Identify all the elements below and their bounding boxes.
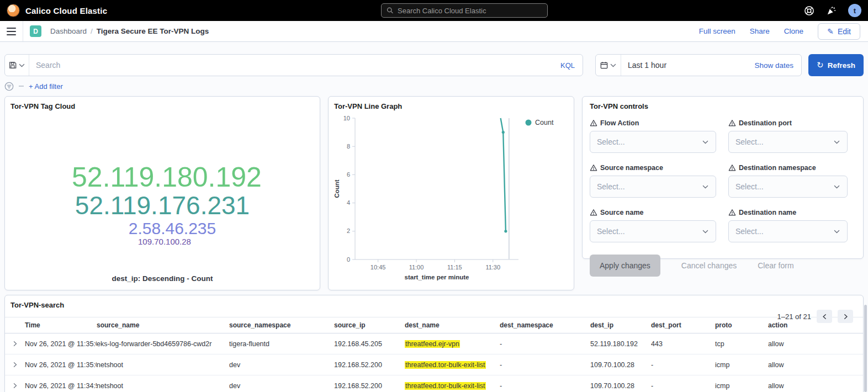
dashboard-screen: Calico Cloud Elastic t D Dashboard / Tig…: [0, 0, 868, 392]
table-cell: tigera-fluentd: [229, 340, 334, 348]
cancel-changes-button[interactable]: Cancel changes: [681, 261, 737, 270]
prev-page-button[interactable]: [817, 310, 832, 323]
clear-form-button[interactable]: Clear form: [758, 261, 793, 270]
table-cell: 192.168.52.200: [334, 361, 405, 369]
query-bar: KQL Last 1 hour Show dates ↻ Refresh: [4, 54, 864, 76]
results-table: Timesource_namesource_namespacesource_ip…: [5, 317, 863, 392]
clone-link[interactable]: Clone: [784, 27, 803, 35]
tag-cloud-term[interactable]: 52.119.176.231: [75, 192, 250, 220]
warning-icon: [590, 119, 597, 127]
app-bar-actions: t: [804, 0, 861, 21]
kql-selector[interactable]: KQL: [553, 61, 583, 70]
svg-text:11:30: 11:30: [485, 264, 500, 271]
control-field-label: Source namespace: [590, 164, 716, 172]
column-header-dest_namespace: dest_namespace: [500, 321, 590, 329]
expand-row-button[interactable]: [5, 362, 25, 368]
panel-title: Tor-VPN Tag Cloud: [5, 97, 320, 110]
control-field: Destination portSelect...: [728, 119, 848, 153]
page-title: Tigera Secure EE Tor-VPN Logs: [97, 27, 209, 35]
share-link[interactable]: Share: [750, 27, 770, 35]
chevron-down-icon: [610, 62, 617, 69]
menu-icon[interactable]: [0, 21, 23, 41]
chevron-right-icon: [12, 341, 18, 347]
saved-query-menu[interactable]: [5, 55, 29, 76]
search-input[interactable]: [29, 61, 553, 70]
control-field-label: Flow Action: [590, 119, 716, 127]
breadcrumb-dashboard[interactable]: Dashboard: [50, 27, 87, 35]
table-cell: 109.70.100.28: [590, 361, 651, 369]
svg-text:11:00: 11:00: [409, 264, 424, 271]
select-source-namespace[interactable]: Select...: [590, 176, 716, 198]
brand[interactable]: Calico Cloud Elastic: [0, 4, 107, 17]
svg-text:0: 0: [347, 256, 350, 263]
chevron-down-icon: [702, 139, 709, 146]
filter-icon[interactable]: [4, 82, 14, 91]
full-screen-link[interactable]: Full screen: [699, 27, 735, 35]
table-row: Nov 26, 2021 @ 11:35:04.000eks-log-forwa…: [5, 333, 863, 354]
select-flow-action[interactable]: Select...: [590, 131, 716, 153]
svg-text:11:15: 11:15: [447, 264, 462, 271]
add-filter-link[interactable]: + Add filter: [29, 82, 63, 91]
column-header-dest_port: dest_port: [651, 321, 715, 329]
dashboard-content: KQL Last 1 hour Show dates ↻ Refresh + A…: [0, 42, 868, 392]
calico-logo-icon: [7, 4, 20, 17]
line-graph-panel: Tor-VPN Line Graph 024681010:4511:0011:1…: [328, 96, 574, 290]
select-destination-port[interactable]: Select...: [728, 131, 848, 153]
table-cell: allow: [768, 340, 863, 348]
column-header-dest_ip: dest_ip: [590, 321, 651, 329]
refresh-button[interactable]: ↻ Refresh: [808, 54, 864, 76]
svg-text:2: 2: [347, 227, 350, 234]
whats-new-icon[interactable]: [826, 6, 837, 16]
time-range-value[interactable]: Last 1 hour: [621, 61, 747, 70]
table-cell: 192.168.45.205: [334, 340, 405, 348]
panels-row: Tor-VPN Tag Cloud 52.119.180.19252.119.1…: [4, 96, 864, 290]
table-cell: threatfeed.tor-bulk-exit-list: [405, 361, 500, 369]
help-icon[interactable]: [804, 6, 814, 16]
svg-text:10:45: 10:45: [371, 264, 386, 271]
vertical-scrollbar[interactable]: [864, 305, 867, 392]
warning-icon: [728, 209, 736, 216]
legend-item-count[interactable]: Count: [526, 119, 554, 126]
table-cell: -: [651, 382, 715, 390]
save-icon: [9, 61, 17, 69]
global-search[interactable]: [381, 3, 548, 18]
table-cell: 192.168.52.200: [334, 382, 405, 390]
column-header-source_ip: source_ip: [334, 321, 405, 329]
tag-cloud-term[interactable]: 52.119.180.192: [72, 162, 262, 192]
tag-cloud-term[interactable]: 109.70.100.28: [138, 237, 191, 246]
refresh-icon: ↻: [817, 60, 824, 70]
svg-text:10: 10: [343, 115, 350, 121]
table-row: Nov 26, 2021 @ 11:35:04.000netshootdev19…: [5, 354, 863, 375]
table-cell: allow: [768, 382, 863, 390]
app-bar: Calico Cloud Elastic t: [0, 0, 868, 21]
expand-row-button[interactable]: [5, 383, 25, 389]
table-cell: -: [500, 382, 590, 390]
table-cell: netshoot: [97, 361, 229, 369]
expand-row-button[interactable]: [5, 341, 25, 347]
tag-cloud-panel: Tor-VPN Tag Cloud 52.119.180.19252.119.1…: [4, 96, 320, 290]
select-destination-name[interactable]: Select...: [728, 220, 848, 242]
show-dates-link[interactable]: Show dates: [747, 61, 801, 70]
next-page-button[interactable]: [838, 310, 853, 323]
column-header-proto: proto: [715, 321, 768, 329]
apply-changes-button[interactable]: Apply changes: [590, 255, 660, 277]
dashboard-badge[interactable]: D: [30, 25, 41, 37]
global-search-input[interactable]: [398, 7, 542, 15]
select-source-name[interactable]: Select...: [590, 220, 716, 242]
date-quick-menu[interactable]: [596, 55, 621, 76]
controls-panel: Tor-VPN controls Flow ActionSelect...Des…: [582, 96, 864, 259]
user-avatar[interactable]: t: [848, 4, 861, 17]
table-cell: icmp: [715, 382, 768, 390]
tag-cloud-term[interactable]: 2.58.46.235: [129, 220, 216, 237]
control-field: Destination nameSelect...: [728, 209, 848, 242]
chevron-right-icon: [12, 362, 18, 368]
toolbar-actions: Full screen Share Clone ✎ Edit: [699, 23, 868, 40]
chevron-down-icon: [833, 228, 840, 235]
table-cell: icmp: [715, 361, 768, 369]
table-cell: allow: [768, 361, 863, 369]
svg-text:4: 4: [347, 199, 350, 206]
select-destination-namespace[interactable]: Select...: [728, 176, 848, 198]
tag-cloud: 52.119.180.19252.119.176.2312.58.46.2351…: [5, 110, 320, 290]
pagination-count: 1–21 of 21: [777, 312, 811, 321]
edit-button[interactable]: ✎ Edit: [818, 23, 860, 40]
